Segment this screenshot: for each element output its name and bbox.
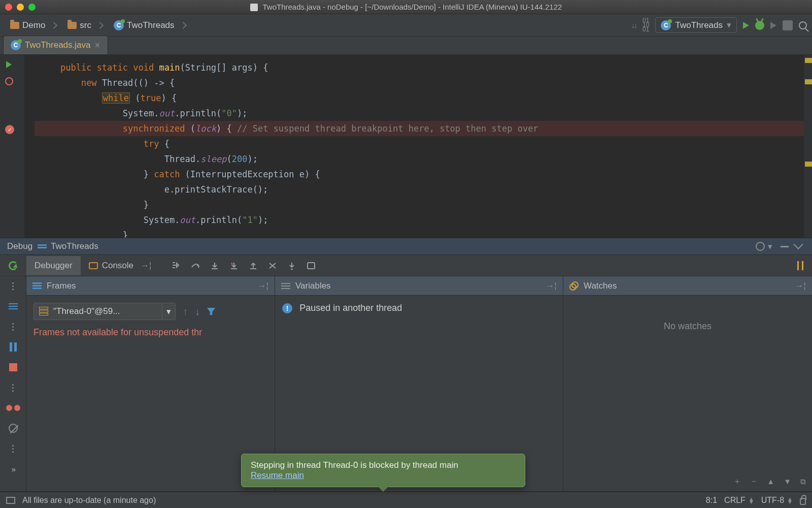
frames-icon bbox=[32, 282, 42, 289]
macos-titlebar: TwoThreads.java - noDebug - [~/Downloads… bbox=[0, 0, 812, 14]
prev-frame-button[interactable]: ↑ bbox=[183, 306, 188, 318]
folder-icon bbox=[67, 22, 77, 29]
status-message: All files are up-to-date (a minute ago) bbox=[22, 496, 156, 505]
move-up-button[interactable]: ▲ bbox=[767, 477, 774, 486]
editor-tabs: C TwoThreads.java ✕ bbox=[0, 37, 812, 55]
minimize-toolwindow-icon[interactable] bbox=[781, 246, 789, 247]
fold-gutter[interactable] bbox=[24, 55, 35, 238]
thread-dump-icon[interactable] bbox=[795, 261, 806, 271]
next-frame-button[interactable]: ↓ bbox=[195, 306, 200, 318]
expand-icon[interactable]: » bbox=[6, 463, 20, 474]
more-actions-icon[interactable] bbox=[6, 321, 20, 332]
run-button[interactable] bbox=[743, 22, 749, 29]
force-step-into-icon[interactable] bbox=[228, 261, 240, 271]
line-separator[interactable]: CRLF▲▼ bbox=[724, 496, 754, 505]
recursive-marker-icon[interactable] bbox=[5, 77, 13, 85]
code-area[interactable]: public static void main(String[] args) {… bbox=[35, 55, 812, 238]
main-toolbar: Demo src C TwoThreads ↓↓ 011001 C TwoThr… bbox=[0, 14, 812, 37]
frames-title: Frames bbox=[47, 281, 76, 291]
run-to-cursor-icon[interactable] bbox=[286, 261, 297, 271]
tooltip-message: Stepping in thread Thread-0 is blocked b… bbox=[251, 460, 516, 470]
editor-gutter[interactable] bbox=[0, 55, 24, 238]
step-over-icon[interactable] bbox=[190, 261, 201, 271]
mute-breakpoints-button[interactable] bbox=[6, 423, 20, 434]
add-watch-button[interactable]: ＋ bbox=[733, 477, 741, 486]
tab-label: Console bbox=[102, 261, 133, 271]
watches-header: Watches →¦ bbox=[563, 276, 812, 296]
show-execution-point-icon[interactable] bbox=[171, 261, 182, 271]
frames-panel: Frames →¦ "Thread-0"@59... ▾ ↑ ↓ Frames … bbox=[26, 276, 275, 491]
step-into-icon[interactable] bbox=[209, 261, 220, 271]
svg-rect-0 bbox=[308, 263, 315, 269]
debug-button[interactable] bbox=[755, 21, 764, 30]
drop-frame-icon[interactable] bbox=[267, 261, 278, 271]
panel-more-icon[interactable]: →¦ bbox=[795, 281, 806, 291]
status-bar: All files are up-to-date (a minute ago) … bbox=[0, 492, 812, 508]
remove-watch-button[interactable]: － bbox=[750, 477, 758, 486]
cursor-position[interactable]: 8:1 bbox=[706, 496, 717, 505]
breadcrumb-src[interactable]: src bbox=[62, 18, 108, 33]
breadcrumb-label: Demo bbox=[22, 20, 45, 30]
stop-program-button[interactable] bbox=[6, 362, 20, 373]
editor-tab[interactable]: C TwoThreads.java ✕ bbox=[3, 36, 108, 54]
evaluate-expression-icon[interactable] bbox=[306, 261, 317, 271]
chevron-right-icon bbox=[50, 21, 57, 28]
warning-stripe-marker[interactable] bbox=[805, 162, 812, 167]
more-actions-icon[interactable] bbox=[6, 443, 20, 454]
filter-frames-icon[interactable] bbox=[207, 308, 215, 315]
watches-body: No watches ＋ － ▲ ▼ ⧉ bbox=[563, 296, 812, 491]
resume-main-link[interactable]: Resume main bbox=[251, 470, 304, 480]
readonly-lock-icon[interactable] bbox=[800, 498, 806, 505]
toolwindows-toggle-icon[interactable] bbox=[6, 497, 15, 504]
tab-debugger[interactable]: Debugger bbox=[26, 256, 81, 275]
step-out-icon[interactable] bbox=[248, 261, 259, 271]
error-stripe[interactable] bbox=[804, 55, 812, 238]
toolwindow-settings-dropdown[interactable]: ▾ bbox=[768, 241, 772, 252]
window-title-text: TwoThreads.java - noDebug - [~/Downloads… bbox=[263, 3, 562, 11]
thread-selector[interactable]: "Thread-0"@59... ▾ bbox=[33, 303, 176, 320]
search-everywhere-icon[interactable] bbox=[799, 21, 807, 29]
vcs-update-icon[interactable]: ↓↓ bbox=[631, 21, 636, 29]
close-window-button[interactable] bbox=[5, 4, 12, 11]
run-line-marker-icon[interactable] bbox=[6, 61, 12, 68]
variables-header: Variables →¦ bbox=[275, 276, 563, 296]
close-tab-icon[interactable]: ✕ bbox=[94, 41, 100, 49]
debug-toolwindow-header: Debug TwoThreads ▾ bbox=[0, 238, 812, 255]
file-icon bbox=[250, 4, 258, 11]
warning-stripe-marker[interactable] bbox=[805, 79, 812, 84]
dropdown-icon[interactable]: ▾ bbox=[162, 304, 175, 319]
more-actions-icon[interactable] bbox=[6, 382, 20, 393]
run-config-selector[interactable]: C TwoThreads ▾ bbox=[655, 17, 737, 33]
project-structure-button[interactable] bbox=[783, 20, 793, 30]
rerun-button[interactable] bbox=[9, 261, 18, 270]
file-encoding[interactable]: UTF-8▲▼ bbox=[761, 496, 793, 505]
minimize-window-button[interactable] bbox=[17, 4, 24, 11]
variables-icon bbox=[281, 283, 290, 289]
panel-more-icon[interactable]: →¦ bbox=[546, 281, 557, 291]
frames-error: Frames not available for unsuspended thr bbox=[33, 327, 267, 338]
breadcrumb-project[interactable]: Demo bbox=[5, 18, 61, 33]
zoom-window-button[interactable] bbox=[28, 4, 36, 11]
code-editor[interactable]: public static void main(String[] args) {… bbox=[0, 55, 812, 238]
settings-icon[interactable] bbox=[756, 242, 765, 251]
breadcrumb-class[interactable]: C TwoThreads bbox=[109, 18, 191, 33]
tab-console[interactable]: Console →¦ bbox=[81, 256, 163, 275]
run-coverage-button[interactable] bbox=[770, 22, 776, 29]
more-actions-icon[interactable] bbox=[6, 280, 20, 292]
vcs-binary-icon: 011001 bbox=[642, 18, 649, 32]
breakpoint-icon[interactable] bbox=[5, 125, 14, 134]
stepping-toolbar bbox=[171, 261, 317, 271]
window-controls bbox=[5, 4, 36, 11]
hide-toolwindow-icon[interactable] bbox=[793, 239, 803, 249]
watches-title: Watches bbox=[584, 281, 617, 291]
frames-header: Frames →¦ bbox=[26, 276, 275, 296]
layout-icon[interactable] bbox=[6, 301, 20, 312]
view-breakpoints-button[interactable] bbox=[6, 402, 20, 414]
debug-tabs-bar: Debugger Console →¦ bbox=[0, 255, 812, 276]
debug-side-actions: » bbox=[0, 276, 26, 491]
warning-stripe-marker[interactable] bbox=[805, 58, 812, 63]
pause-program-button[interactable] bbox=[6, 341, 20, 353]
move-down-button[interactable]: ▼ bbox=[784, 477, 791, 486]
panel-more-icon[interactable]: →¦ bbox=[258, 281, 268, 291]
copy-watch-button[interactable]: ⧉ bbox=[800, 477, 806, 486]
